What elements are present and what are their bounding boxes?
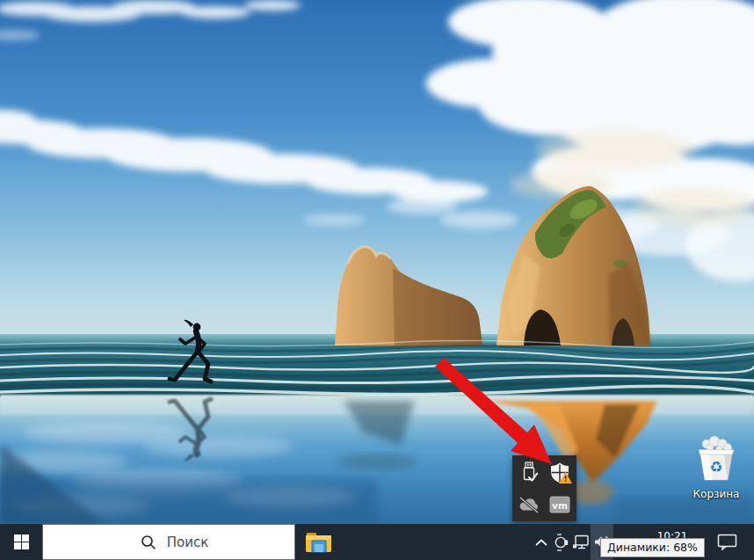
vmware-label: vm — [552, 500, 568, 511]
tray-overflow-popup: ! vm — [512, 455, 576, 521]
file-explorer-button[interactable] — [295, 524, 343, 560]
action-center-icon — [717, 534, 737, 550]
safely-remove-hardware-icon[interactable] — [518, 462, 540, 489]
tray-device-icon[interactable] — [552, 524, 571, 560]
network-tray-icon[interactable] — [571, 524, 591, 560]
recycle-bin-icon: ♻ — [692, 436, 741, 484]
desktop-wallpaper — [0, 0, 754, 524]
search-icon — [141, 535, 156, 550]
tray-show-hidden-icons-button[interactable] — [531, 524, 552, 560]
beach-wallpaper-art — [0, 0, 754, 524]
windows-security-warning-icon[interactable]: ! — [548, 462, 573, 489]
file-explorer-icon — [306, 532, 332, 553]
volume-tooltip: Динамики: 68% — [600, 538, 705, 557]
recycle-bin-label: Корзина — [690, 488, 743, 500]
search-placeholder: Поиск — [167, 535, 209, 550]
action-center-button[interactable] — [712, 524, 742, 560]
windows-logo-icon — [14, 535, 29, 549]
start-button[interactable] — [0, 524, 42, 560]
search-input[interactable]: Поиск — [42, 524, 295, 560]
windows-desktop: ♻ Корзина ! — [0, 0, 754, 560]
vmware-tools-icon[interactable]: vm — [549, 496, 571, 518]
svg-text:♻: ♻ — [709, 458, 722, 476]
recycle-bin-desktop-icon[interactable]: ♻ Корзина — [690, 436, 743, 498]
svg-text:!: ! — [564, 475, 568, 484]
cloud-sync-disabled-icon[interactable] — [518, 496, 540, 519]
chevron-up-icon — [534, 538, 548, 547]
